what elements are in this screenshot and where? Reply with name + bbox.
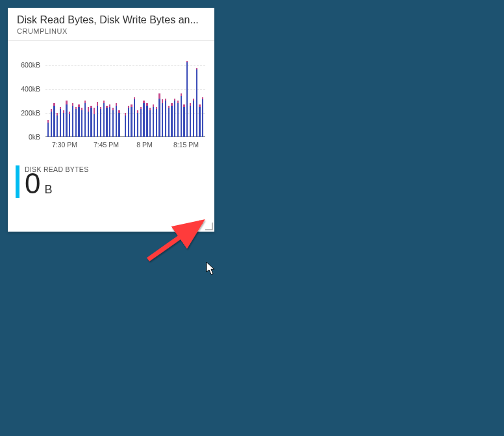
x-axis: 7:30 PM7:45 PM8 PM8:15 PM [45,141,205,154]
metric-summary: DISK READ BYTES 0 B [16,165,205,198]
y-tick-label: 200kB [21,109,40,117]
bar-read [57,115,58,137]
bar-read [131,107,132,137]
bar-read [112,110,114,137]
tile-header: Disk Read Bytes, Disk Write Bytes an... … [8,8,214,41]
bar-read [125,115,126,137]
bar-read [97,106,98,137]
bar-read [168,108,170,137]
bar-read [174,101,175,137]
bar-read [88,112,89,137]
mouse-cursor-icon [206,261,218,276]
x-tick-label: 8:15 PM [173,141,199,149]
bar-read [140,109,142,137]
bar-read [177,103,179,137]
chart: 0kB200kB400kB600kB 7:30 PM7:45 PM8 PM8:1… [14,53,208,156]
bar-read [100,109,101,137]
bar-read [196,69,197,137]
bar-read [90,108,92,137]
bar-read [63,113,64,137]
metric-text: DISK READ BYTES 0 B [25,165,88,198]
bar-read [118,113,120,137]
resize-handle-icon[interactable] [204,221,213,230]
bar-read [109,107,110,137]
metric-value-row: 0 B [25,169,88,198]
bar-read [66,104,67,137]
bar-read [84,103,86,137]
gridline [45,89,205,90]
bar-read [149,110,151,137]
metric-value: 0 [25,169,40,198]
bar-read [106,108,107,137]
bar-read [156,109,157,137]
bar-read [134,99,135,137]
bar-read [75,109,77,137]
bar-read [128,108,129,137]
bar-read [183,107,184,137]
bar-read [47,123,49,137]
metrics-tile[interactable]: Disk Read Bytes, Disk Write Bytes an... … [8,8,214,232]
bar-read [190,106,191,137]
bar-read [51,112,52,137]
bar-read [202,99,203,137]
y-tick-label: 400kB [21,85,40,93]
bar-read [72,106,73,137]
tile-subtitle: CRUMPLINUX [17,27,205,35]
bar-read [137,113,138,137]
bar-read [193,101,194,137]
y-tick-label: 0kB [29,133,40,141]
bar-read [165,101,166,137]
chart-plot [45,53,205,137]
bar-read [153,107,154,137]
y-axis: 0kB200kB400kB600kB [14,53,43,137]
bar-read [171,106,172,137]
metric-unit: B [44,183,52,197]
tile-title: Disk Read Bytes, Disk Write Bytes an... [17,14,205,26]
bar-read [143,103,144,137]
y-tick-label: 600kB [21,61,40,69]
bar-read [162,103,163,137]
x-tick-label: 8 PM [136,141,153,149]
bar-read [158,99,160,137]
bar-read [81,110,82,137]
bar-read [116,106,117,137]
bar-read [60,109,61,137]
bar-read [186,62,188,137]
x-tick-label: 7:45 PM [94,141,119,149]
bar-read [53,106,55,137]
bar-read [94,114,95,137]
bar-read [78,107,79,137]
x-tick-label: 7:30 PM [52,141,77,149]
metric-accent-bar [16,165,19,198]
bar-read [181,96,182,137]
bar-read [69,114,70,137]
bar-read [199,107,200,137]
bar-read [146,106,147,137]
bar-read [103,103,105,137]
gridline [45,65,205,66]
